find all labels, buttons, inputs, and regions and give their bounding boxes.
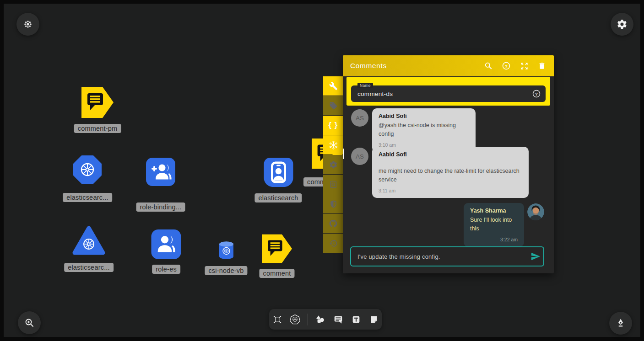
node-action-toolbar: { }: [323, 76, 343, 253]
comments-panel-header[interactable]: Comments ?: [343, 55, 554, 76]
message-text: me might need to change the rate-limit f…: [379, 167, 522, 185]
send-button[interactable]: [528, 249, 543, 264]
note-tool-button[interactable]: [368, 314, 379, 325]
github-icon: [329, 219, 338, 228]
node-csi-node-vb[interactable]: [218, 241, 235, 260]
node-label-elasticsearch-triangle: elasticsearc...: [64, 263, 114, 272]
configure-wrench-button[interactable]: [323, 76, 343, 96]
message-author: Yash Sharma: [470, 208, 518, 214]
search-icon: [484, 61, 493, 70]
kubernetes-icon: [290, 314, 300, 325]
node-label-role-es: role-es: [152, 265, 180, 274]
shapes-tool-button[interactable]: [315, 314, 326, 325]
message-time: 3:11 am: [379, 188, 522, 193]
meshery-logo-icon: [23, 19, 33, 29]
settings-button[interactable]: [611, 13, 633, 36]
send-icon: [530, 251, 541, 261]
avatar: AS: [351, 148, 368, 165]
tag-icon: [329, 101, 338, 110]
avatar-photo: [527, 203, 544, 220]
chat-message: Aabid Sofi me might need to change the r…: [372, 147, 529, 198]
node-elasticsearch-triangle[interactable]: [72, 225, 105, 256]
name-help-button[interactable]: ?: [532, 89, 541, 100]
zoom-in-icon: [24, 317, 35, 328]
braces-config-button[interactable]: { }: [323, 116, 343, 135]
pen-nib-icon: [615, 318, 626, 329]
delete-button[interactable]: [537, 61, 547, 70]
text-tool-icon: [351, 314, 361, 325]
comment-input[interactable]: [351, 253, 528, 260]
toolbar-divider: [308, 314, 308, 325]
avatar-initials: AS: [356, 115, 364, 122]
components-tool-button[interactable]: [272, 314, 283, 325]
node-label-csi-node-vb: csi-node-vb: [205, 266, 247, 275]
user-photo-icon: [527, 203, 544, 220]
gear-icon: [329, 160, 338, 169]
svg-text:?: ?: [535, 91, 538, 96]
settings-gear-icon: [617, 19, 628, 30]
kubernetes-volume-icon: [218, 241, 235, 260]
mesh-relationships-button[interactable]: [323, 135, 343, 155]
node-elasticsearch-octagon[interactable]: [73, 155, 102, 184]
app-window: comment-pm elasticsearc... role: [0, 0, 644, 341]
components-icon: [272, 314, 282, 325]
message-time: 3:22 am: [470, 237, 518, 242]
comment-icon: [262, 234, 292, 264]
kubernetes-icon: [72, 225, 105, 256]
history-icon: [329, 239, 338, 248]
node-comment[interactable]: [262, 234, 292, 264]
zoom-button[interactable]: [18, 311, 41, 334]
avatar: AS: [351, 109, 368, 127]
draw-pen-button[interactable]: [609, 312, 632, 335]
kubernetes-tool-button[interactable]: [290, 314, 301, 325]
message-author: Aabid Sofi: [379, 113, 469, 119]
node-role-binding[interactable]: [146, 158, 175, 186]
mesh-network-icon: [329, 140, 338, 150]
wrench-icon: [329, 82, 338, 91]
tag-button[interactable]: [323, 96, 343, 115]
note-tool-icon: [369, 314, 379, 325]
comment-tool-icon: [333, 314, 343, 325]
policy-shield-button[interactable]: [323, 194, 343, 213]
shape-toolbar: [269, 309, 382, 330]
shield-icon: [329, 200, 338, 208]
name-input[interactable]: [351, 85, 546, 102]
github-source-button[interactable]: [323, 214, 343, 233]
role-binding-icon: [146, 158, 175, 186]
design-canvas[interactable]: comment-pm elasticsearc... role: [4, 4, 640, 337]
braces-icon: { }: [329, 121, 338, 130]
app-logo-button[interactable]: [16, 13, 39, 36]
name-field[interactable]: Name ?: [351, 85, 546, 102]
node-label-elasticsearch-sa: elasticsearch: [254, 193, 302, 202]
trash-icon: [538, 62, 546, 70]
node-elasticsearch-sa[interactable]: [264, 158, 293, 187]
shapes-icon: [315, 314, 325, 325]
avatar-initials: AS: [356, 153, 364, 160]
inspect-resource-button[interactable]: [323, 175, 343, 194]
node-label-comment: comment: [259, 269, 294, 278]
text-tool-button[interactable]: [351, 314, 362, 325]
search-button[interactable]: [484, 61, 493, 70]
history-button[interactable]: [323, 234, 343, 253]
comment-composer: [350, 246, 544, 266]
chat-message: Yash Sharma Sure I'll look into this 3:2…: [464, 203, 524, 247]
svg-text:?: ?: [505, 64, 508, 69]
node-comment-pm[interactable]: [81, 87, 114, 118]
node-role-es[interactable]: [151, 229, 181, 259]
comment-tool-button[interactable]: [333, 314, 344, 325]
role-icon: [151, 229, 181, 259]
node-label-role-binding: role-binding...: [136, 202, 185, 212]
fullscreen-icon: [520, 62, 529, 70]
help-button[interactable]: ?: [502, 61, 511, 70]
settings-button[interactable]: [323, 155, 343, 174]
service-account-icon: [264, 158, 293, 187]
comment-icon: [81, 87, 114, 118]
scrollbar-thumb[interactable]: [343, 149, 344, 159]
doc-search-icon: [329, 180, 338, 189]
help-icon: ?: [502, 61, 511, 70]
name-field-section: Name ?: [346, 77, 550, 106]
kubernetes-icon: [73, 155, 102, 184]
node-label-comment-pm: comment-pm: [74, 124, 121, 133]
message-author: Aabid Sofi: [379, 151, 522, 158]
fullscreen-button[interactable]: [520, 61, 529, 70]
